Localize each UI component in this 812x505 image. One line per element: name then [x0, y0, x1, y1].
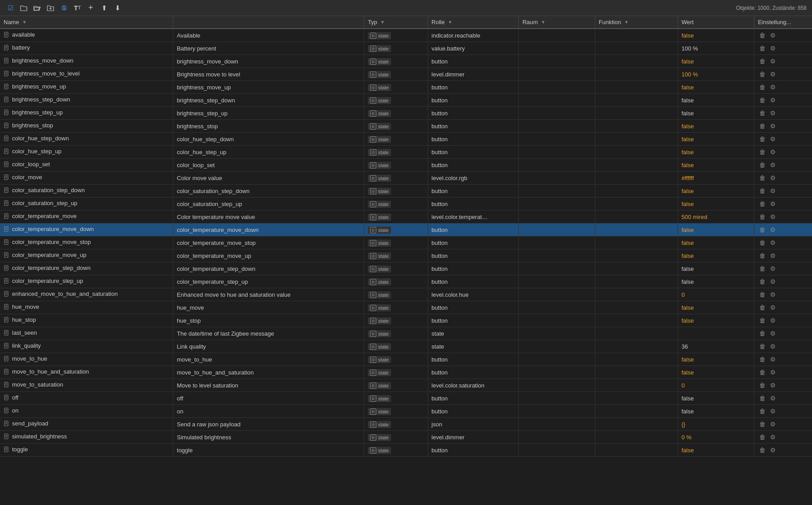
settings-button[interactable]: ⚙: [769, 420, 777, 429]
table-row[interactable]: color_hue_step_upcolor_hue_step_up⊙state…: [0, 146, 812, 159]
delete-button[interactable]: 🗑: [758, 368, 767, 377]
table-row[interactable]: simulated_brightnessSimulated brightness…: [0, 431, 812, 444]
table-row[interactable]: color_temperature_moveColor temperature …: [0, 210, 812, 223]
delete-button[interactable]: 🗑: [758, 303, 767, 312]
settings-button[interactable]: ⚙: [769, 446, 777, 454]
delete-button[interactable]: 🗑: [758, 316, 767, 325]
cell-value[interactable]: 0: [677, 379, 754, 392]
table-row[interactable]: brightness_step_downbrightness_step_down…: [0, 94, 812, 107]
download-icon[interactable]: ⬇: [113, 3, 122, 13]
cell-value[interactable]: false: [677, 275, 754, 288]
add-icon[interactable]: +: [86, 3, 96, 13]
table-row[interactable]: brightness_move_downbrightness_move_down…: [0, 55, 812, 68]
table-row[interactable]: color_temperature_step_downcolor_tempera…: [0, 262, 812, 275]
settings-button[interactable]: ⚙: [769, 31, 777, 40]
settings-button[interactable]: ⚙: [769, 135, 777, 143]
delete-button[interactable]: 🗑: [758, 122, 767, 130]
settings-button[interactable]: ⚙: [769, 96, 777, 105]
table-row[interactable]: color_saturation_step_upcolor_saturation…: [0, 198, 812, 210]
checkbox-icon[interactable]: ☑: [5, 3, 15, 13]
cell-value[interactable]: false: [677, 236, 754, 249]
delete-button[interactable]: 🗑: [758, 251, 767, 260]
cell-value[interactable]: 36: [677, 340, 754, 353]
settings-button[interactable]: ⚙: [769, 277, 777, 286]
table-row[interactable]: color_hue_step_downcolor_hue_step_down⊙s…: [0, 133, 812, 146]
table-row[interactable]: offoff⊙statebuttonfalse 🗑 ⚙: [0, 392, 812, 405]
settings-button[interactable]: ⚙: [769, 122, 777, 130]
table-row[interactable]: color_temperature_move_upcolor_temperatu…: [0, 249, 812, 262]
cell-value[interactable]: false: [677, 55, 754, 68]
delete-button[interactable]: 🗑: [758, 186, 767, 195]
delete-button[interactable]: 🗑: [758, 264, 767, 273]
table-row[interactable]: hue_stophue_stop⊙statebuttonfalse 🗑 ⚙: [0, 314, 812, 327]
cell-value[interactable]: 0: [677, 288, 754, 301]
delete-button[interactable]: 🗑: [758, 160, 767, 169]
col-header-role[interactable]: Rolle▼: [428, 16, 518, 29]
table-row[interactable]: move_to_saturationMove to level saturati…: [0, 379, 812, 392]
folder-open-icon[interactable]: [32, 3, 42, 13]
cell-value[interactable]: false: [677, 133, 754, 146]
settings-button[interactable]: ⚙: [769, 109, 777, 118]
settings-button[interactable]: ⚙: [769, 329, 777, 338]
settings-button[interactable]: ⚙: [769, 407, 777, 416]
col-header-type[interactable]: Typ▼: [364, 16, 428, 29]
cell-value[interactable]: false: [677, 94, 754, 107]
delete-button[interactable]: 🗑: [758, 225, 767, 234]
table-row[interactable]: enhanced_move_to_hue_and_saturationEnhan…: [0, 288, 812, 301]
cell-value[interactable]: 100 %: [677, 42, 754, 55]
col-header-name[interactable]: Name▼: [0, 16, 173, 29]
settings-button[interactable]: ⚙: [769, 355, 777, 364]
settings-button[interactable]: ⚙: [769, 368, 777, 377]
table-row[interactable]: last_seenThe date/time of last Zigbee me…: [0, 327, 812, 340]
folder-add-icon[interactable]: [46, 3, 55, 13]
table-row[interactable]: move_to_huemove_to_hue⊙statebuttonfalse …: [0, 353, 812, 366]
delete-button[interactable]: 🗑: [758, 238, 767, 247]
delete-button[interactable]: 🗑: [758, 147, 767, 156]
delete-button[interactable]: 🗑: [758, 355, 767, 364]
delete-button[interactable]: 🗑: [758, 57, 767, 66]
table-row[interactable]: onon⊙statebuttonfalse 🗑 ⚙: [0, 405, 812, 418]
delete-button[interactable]: 🗑: [758, 329, 767, 338]
delete-button[interactable]: 🗑: [758, 394, 767, 403]
table-row[interactable]: send_payloadSend a raw json payload⊙stat…: [0, 418, 812, 431]
table-row[interactable]: color_temperature_move_downcolor_tempera…: [0, 223, 812, 236]
cell-value[interactable]: #ffffff: [677, 172, 754, 185]
cell-value[interactable]: false: [677, 353, 754, 366]
settings-button[interactable]: ⚙: [769, 290, 777, 299]
cell-value[interactable]: false: [677, 159, 754, 172]
cell-value[interactable]: false: [677, 301, 754, 314]
col-header-function[interactable]: Funktion▼: [595, 16, 677, 29]
number-icon[interactable]: ①: [59, 3, 69, 13]
delete-button[interactable]: 🗑: [758, 342, 767, 351]
table-row[interactable]: move_to_hue_and_saturationmove_to_hue_an…: [0, 366, 812, 379]
table-row[interactable]: toggletoggle⊙statebuttonfalse 🗑 ⚙: [0, 444, 812, 457]
delete-button[interactable]: 🗑: [758, 277, 767, 286]
settings-button[interactable]: ⚙: [769, 225, 777, 234]
settings-button[interactable]: ⚙: [769, 173, 777, 182]
table-row[interactable]: color_saturation_step_downcolor_saturati…: [0, 185, 812, 198]
table-row[interactable]: brightness_move_to_levelBrightness move …: [0, 68, 812, 81]
delete-button[interactable]: 🗑: [758, 433, 767, 442]
settings-button[interactable]: ⚙: [769, 303, 777, 312]
settings-button[interactable]: ⚙: [769, 394, 777, 403]
cell-value[interactable]: false: [677, 146, 754, 159]
settings-button[interactable]: ⚙: [769, 199, 777, 208]
delete-button[interactable]: 🗑: [758, 70, 767, 79]
table-row[interactable]: brightness_stopbrightness_stop⊙statebutt…: [0, 120, 812, 133]
cell-value[interactable]: {}: [677, 418, 754, 431]
cell-value[interactable]: 500 mired: [677, 210, 754, 223]
delete-button[interactable]: 🗑: [758, 199, 767, 208]
delete-button[interactable]: 🗑: [758, 96, 767, 105]
table-row[interactable]: color_moveColor move value⊙statelevel.co…: [0, 172, 812, 185]
cell-value[interactable]: false: [677, 392, 754, 405]
col-header-room[interactable]: Raum▼: [518, 16, 595, 29]
cell-value[interactable]: false: [677, 120, 754, 133]
settings-button[interactable]: ⚙: [769, 186, 777, 195]
cell-value[interactable]: false: [677, 405, 754, 418]
table-row[interactable]: brightness_move_upbrightness_move_up⊙sta…: [0, 81, 812, 94]
settings-button[interactable]: ⚙: [769, 316, 777, 325]
delete-button[interactable]: 🗑: [758, 44, 767, 53]
settings-button[interactable]: ⚙: [769, 147, 777, 156]
cell-value[interactable]: [677, 327, 754, 340]
cell-value[interactable]: false: [677, 366, 754, 379]
